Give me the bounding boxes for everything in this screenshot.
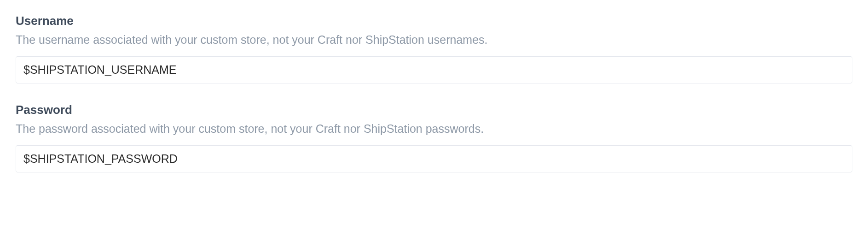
- username-field-group: Username The username associated with yo…: [16, 14, 852, 83]
- password-input[interactable]: [16, 145, 852, 172]
- password-label: Password: [16, 103, 852, 117]
- username-help-text: The username associated with your custom…: [16, 32, 852, 48]
- password-field-group: Password The password associated with yo…: [16, 103, 852, 172]
- username-input[interactable]: [16, 56, 852, 83]
- username-label: Username: [16, 14, 852, 28]
- password-help-text: The password associated with your custom…: [16, 121, 852, 137]
